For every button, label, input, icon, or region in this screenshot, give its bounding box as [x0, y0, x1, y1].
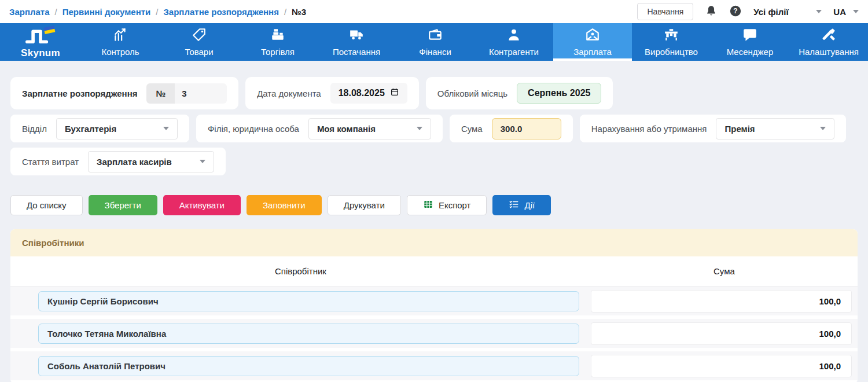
nav-item-label: Товари — [185, 47, 213, 57]
sum-column-header: Сума — [591, 266, 858, 276]
actions-menu-button[interactable]: Дії — [492, 195, 551, 215]
nav-item-label: Контроль — [101, 47, 139, 57]
department-select[interactable]: Бухгалтерія — [56, 118, 178, 139]
back-to-list-button[interactable]: До списку — [10, 195, 83, 215]
employee-name-field[interactable]: Толочко Тетяна Миколаївна — [38, 324, 579, 344]
nav-item-label: Виробництво — [645, 47, 698, 57]
breadcrumb-link-primary-documents[interactable]: Первинні документи — [62, 7, 151, 17]
salary-mail-icon — [585, 27, 600, 44]
save-button[interactable]: Зберегти — [89, 195, 157, 215]
expense-item-card: Стаття витрат Зарплата касирів — [10, 148, 226, 175]
bell-icon — [705, 5, 718, 19]
department-label: Відділ — [22, 124, 47, 134]
employees-table: Співробітники Співробітник Сума Кушнір С… — [10, 229, 858, 382]
nav-item-messenger[interactable]: Месенджер — [711, 23, 789, 61]
employees-section-title: Співробітники — [10, 229, 858, 256]
table-column-headers: Співробітник Сума — [10, 256, 858, 286]
actions-button-label: Дії — [524, 200, 535, 210]
nav-item-label: Месенджер — [727, 47, 774, 57]
action-buttons: До списку Зберегти Активувати Заповнити … — [10, 195, 858, 215]
expense-item-label: Стаття витрат — [22, 157, 79, 167]
expense-item-select[interactable]: Зарплата касирів — [88, 151, 214, 172]
doc-date-picker[interactable]: 18.08.2025 — [330, 83, 407, 104]
activate-button[interactable]: Активувати — [163, 195, 241, 215]
employee-sum-input[interactable] — [591, 290, 852, 313]
notifications-button[interactable] — [705, 5, 718, 19]
accrual-value: Премія — [724, 124, 755, 134]
main-navigation: Skynum Контроль Товари Торгівля — [0, 23, 868, 61]
brand-name: Skynum — [21, 47, 60, 59]
legal-entity-value: Моя компанія — [317, 124, 376, 134]
table-row: Соболь Анатолій Петрович — [10, 351, 858, 380]
employee-sum-input[interactable] — [591, 322, 852, 345]
topbar-actions: Навчання ? Усі філії UA — [637, 3, 859, 20]
chat-icon — [742, 27, 757, 44]
chevron-down-icon — [417, 127, 422, 130]
nav-item-production[interactable]: Виробництво — [632, 23, 711, 61]
table-row: Толочко Тетяна Миколаївна — [10, 319, 858, 348]
nav-item-label: Зарплата — [573, 47, 612, 57]
nav-item-label: Торгівля — [261, 47, 295, 57]
nav-item-salary[interactable]: Зарплата — [553, 23, 632, 61]
fill-button[interactable]: Заповнити — [247, 195, 322, 215]
nav-item-supply[interactable]: Постачання — [317, 23, 396, 61]
nav-item-finance[interactable]: Фінанси — [396, 23, 475, 61]
breadcrumb: Зарплата / Первинні документи / Зарплатн… — [9, 7, 306, 17]
nav-item-control[interactable]: Контроль — [81, 23, 160, 61]
form-row-3: Стаття витрат Зарплата касирів — [10, 148, 858, 175]
nav-item-label: Контрагенти — [489, 47, 539, 57]
employee-name-field[interactable]: Соболь Анатолій Петрович — [38, 356, 579, 376]
person-icon — [506, 27, 521, 44]
chevron-down-icon — [200, 160, 205, 163]
breadcrumb-link-salary[interactable]: Зарплата — [9, 7, 50, 17]
document-title: Зарплатне розпорядження — [22, 89, 137, 98]
legal-entity-select[interactable]: Моя компанія — [308, 118, 431, 139]
document-form: Зарплатне розпорядження № Дата документа… — [0, 61, 868, 382]
table-row: Кушнір Сергій Борисович — [10, 286, 858, 315]
nav-item-label: Налаштування — [799, 47, 859, 57]
nav-item-label: Фінанси — [419, 47, 451, 57]
cash-register-icon — [270, 27, 285, 44]
breadcrumb-separator: / — [284, 7, 286, 17]
branch-filter-select[interactable]: Усі філії — [753, 7, 822, 17]
doc-number-input[interactable] — [175, 83, 227, 104]
sum-card: Сума — [450, 115, 573, 142]
employee-name-field[interactable]: Кушнір Сергій Борисович — [38, 291, 579, 311]
accrual-card: Нарахування або утримання Премія — [580, 115, 847, 142]
breadcrumb-link-salary-order[interactable]: Зарплатне розпорядження — [163, 7, 278, 17]
doc-number-group: № — [146, 83, 227, 104]
accrual-select[interactable]: Премія — [716, 118, 834, 139]
chevron-down-icon — [163, 127, 169, 130]
nav-item-goods[interactable]: Товари — [160, 23, 238, 61]
production-icon — [664, 27, 679, 44]
nav-item-settings[interactable]: Налаштування — [789, 23, 868, 61]
print-button[interactable]: Друкувати — [328, 195, 401, 215]
accounting-month-picker[interactable]: Серпень 2025 — [517, 83, 601, 104]
sum-input[interactable] — [492, 118, 561, 139]
employee-sum-input[interactable] — [591, 355, 852, 377]
number-sign-label: № — [146, 83, 175, 104]
doc-number-card: Зарплатне розпорядження № — [10, 77, 238, 109]
export-button[interactable]: Експорт — [407, 195, 487, 215]
legal-entity-card: Філія, юридична особа Моя компанія — [196, 115, 443, 142]
brand-logo[interactable]: Skynum — [0, 23, 81, 61]
department-card: Відділ Бухгалтерія — [10, 115, 189, 142]
help-button[interactable]: ? — [729, 5, 742, 19]
expense-item-value: Зарплата касирів — [97, 157, 172, 167]
chart-icon — [113, 27, 128, 44]
truck-icon — [349, 27, 364, 44]
nav-item-label: Постачання — [333, 47, 380, 57]
language-select[interactable]: UA — [833, 7, 859, 17]
help-icon: ? — [729, 5, 742, 19]
nav-item-counterparties[interactable]: Контрагенти — [475, 23, 553, 61]
doc-date-card: Дата документа 18.08.2025 — [245, 77, 419, 109]
svg-text:?: ? — [734, 7, 738, 15]
branch-filter-value: Усі філії — [753, 7, 788, 17]
form-row-2: Відділ Бухгалтерія Філія, юридична особа… — [10, 115, 858, 142]
topbar: Зарплата / Первинні документи / Зарплатн… — [0, 0, 868, 23]
training-button[interactable]: Навчання — [637, 3, 693, 20]
nav-item-trade[interactable]: Торгівля — [238, 23, 317, 61]
tag-icon — [192, 27, 207, 44]
chevron-down-icon — [853, 10, 859, 13]
wallet-icon — [428, 27, 443, 44]
